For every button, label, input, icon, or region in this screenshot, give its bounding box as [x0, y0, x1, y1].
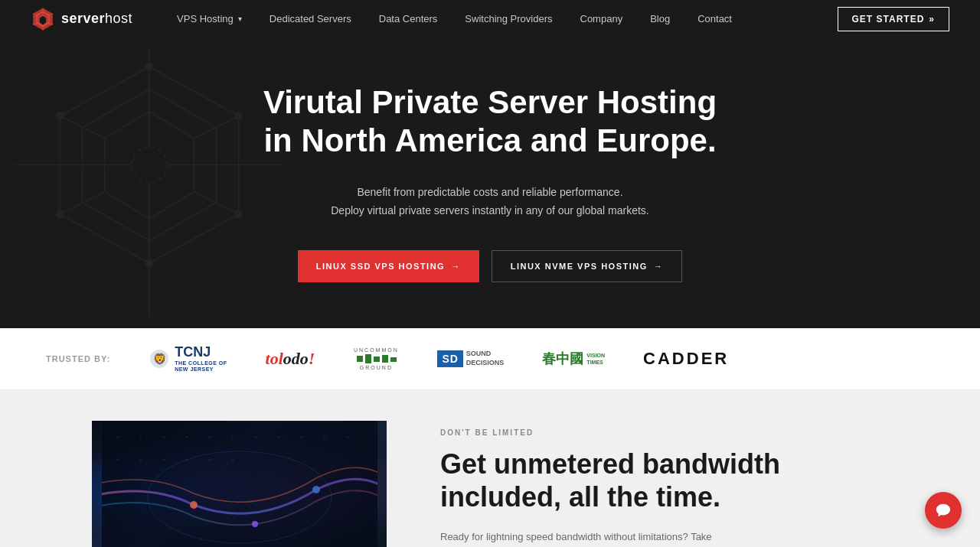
tcnj-lion-icon: 🦁: [149, 348, 170, 370]
nav-item-vps-hosting[interactable]: VPS Hosting ▾: [163, 0, 256, 37]
logo-vision-times-china: 春中國 VISIONTIMES: [542, 350, 605, 368]
content-image: [92, 421, 387, 547]
nav-item-data-centers[interactable]: Data Centers: [365, 0, 452, 37]
hero-bg-graphic: [15, 49, 283, 317]
logo[interactable]: serverhost: [31, 7, 132, 31]
hero-subtitle: Benefit from predictable costs and relia…: [263, 184, 717, 220]
get-started-button[interactable]: GET STARTED »: [838, 7, 949, 31]
logo-text: serverhost: [61, 11, 132, 27]
nav-links: VPS Hosting ▾ Dedicated Servers Data Cen…: [163, 0, 837, 37]
svg-text:🦁: 🦁: [153, 353, 167, 366]
logo-cadder: CADDER: [643, 349, 729, 369]
bandwidth-image: [92, 421, 387, 547]
content-body: Ready for lightning speed bandwidth with…: [440, 529, 746, 547]
hero-buttons: LINUX SSD VPS HOSTING → LINUX NVME VPS H…: [263, 250, 717, 282]
navigation: serverhost VPS Hosting ▾ Dedicated Serve…: [0, 0, 980, 37]
logo-sound-decisions: SD SOUNDDECISIONS: [437, 350, 504, 367]
svg-rect-31: [357, 356, 363, 362]
chat-button[interactable]: [925, 492, 962, 529]
content-section: DON'T BE LIMITED Get unmetered bandwidth…: [0, 390, 980, 547]
circuit-svg: [102, 421, 377, 547]
svg-rect-32: [365, 354, 371, 363]
svg-rect-49: [140, 459, 142, 461]
hero-content: Virutal Private Server Hosting in North …: [248, 37, 732, 328]
svg-point-18: [132, 148, 168, 184]
hero-section: Virutal Private Server Hosting in North …: [0, 37, 980, 328]
nav-item-blog[interactable]: Blog: [636, 0, 684, 37]
tcnj-text: TCNJ THE COLLEGE OFNEW JERSEY: [175, 345, 227, 372]
nav-item-contact[interactable]: Contact: [684, 0, 746, 37]
svg-rect-36: [102, 421, 377, 547]
nav-item-company[interactable]: Company: [567, 0, 637, 37]
svg-point-56: [312, 486, 320, 493]
svg-point-23: [57, 112, 64, 119]
svg-rect-37: [117, 436, 119, 438]
logo-uncommon-ground: UNCOMMON GROUND: [353, 347, 399, 370]
logo-tcnj: 🦁 TCNJ THE COLLEGE OFNEW JERSEY: [149, 345, 227, 372]
svg-rect-45: [301, 436, 302, 438]
svg-point-28: [145, 260, 152, 267]
logo-icon: [31, 7, 55, 31]
trusted-logos: 🦁 TCNJ THE COLLEGE OFNEW JERSEY tolodo! …: [149, 345, 934, 372]
svg-rect-33: [374, 357, 380, 362]
svg-rect-52: [209, 459, 211, 461]
chat-icon: [935, 502, 952, 519]
svg-rect-53: [232, 459, 234, 461]
trusted-bar: TRUSTED BY: 🦁 TCNJ THE COLLEGE OFNEW JER…: [0, 328, 980, 389]
svg-rect-40: [186, 436, 188, 438]
nav-item-dedicated-servers[interactable]: Dedicated Servers: [256, 0, 365, 37]
svg-rect-47: [347, 436, 348, 438]
logo-toledo: tolodo!: [266, 349, 315, 369]
linux-ssd-button[interactable]: LINUX SSD VPS HOSTING →: [298, 250, 479, 282]
svg-point-55: [252, 521, 258, 527]
svg-rect-44: [278, 436, 279, 438]
svg-rect-46: [324, 436, 325, 438]
trusted-label: TRUSTED BY:: [46, 354, 110, 363]
svg-point-24: [235, 112, 242, 119]
svg-point-54: [190, 501, 198, 509]
content-text: DON'T BE LIMITED Get unmetered bandwidth…: [387, 390, 980, 547]
svg-marker-2: [39, 15, 47, 25]
svg-rect-41: [209, 436, 211, 438]
svg-point-27: [145, 63, 152, 70]
content-heading: Get unmetered bandwidth included, all th…: [440, 448, 980, 513]
svg-point-25: [57, 210, 64, 217]
svg-rect-35: [390, 357, 397, 362]
svg-point-26: [235, 210, 242, 217]
svg-rect-50: [163, 459, 165, 461]
content-eyebrow: DON'T BE LIMITED: [440, 428, 980, 437]
uncommon-ground-icon: [353, 353, 399, 365]
dropdown-caret: ▾: [238, 15, 242, 23]
nav-item-switching-providers[interactable]: Switching Providers: [451, 0, 566, 37]
svg-rect-39: [163, 436, 165, 438]
svg-rect-43: [255, 436, 256, 438]
svg-rect-42: [232, 436, 234, 438]
svg-rect-34: [382, 355, 388, 363]
linux-nvme-button[interactable]: LINUX NVME VPS HOSTING →: [492, 250, 683, 282]
svg-rect-38: [140, 436, 142, 438]
svg-rect-48: [117, 459, 119, 461]
hero-title: Virutal Private Server Hosting in North …: [263, 83, 717, 161]
